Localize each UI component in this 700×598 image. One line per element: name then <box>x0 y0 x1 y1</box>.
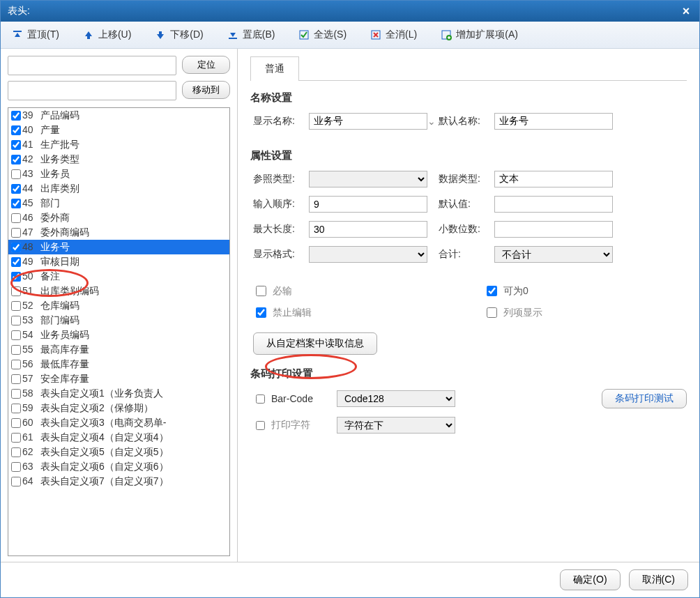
list-item-num: 45 <box>22 196 40 210</box>
ok-button[interactable]: 确定(O) <box>560 569 620 590</box>
columnshow-checkbox[interactable]: 列项显示 <box>484 305 687 320</box>
list-item[interactable]: 55最高库存量 <box>8 342 229 357</box>
moveto-button[interactable]: 移动到 <box>182 81 230 99</box>
list-item[interactable]: 60表头自定义项3（电商交易单- <box>8 415 229 430</box>
list-item-checkbox[interactable] <box>11 330 21 340</box>
moveto-input[interactable] <box>8 81 176 100</box>
list-item-checkbox[interactable] <box>11 140 21 150</box>
list-item-label: 业务号 <box>40 240 70 254</box>
barcode-test-print-button[interactable]: 条码打印测试 <box>602 389 687 408</box>
list-item-checkbox[interactable] <box>11 374 21 384</box>
default-value-input[interactable] <box>494 196 613 213</box>
list-item[interactable]: 53部门编码 <box>8 313 229 328</box>
list-item-checkbox[interactable] <box>11 316 21 325</box>
list-item-checkbox[interactable] <box>11 418 21 428</box>
read-archive-button[interactable]: 从自定档案中读取信息 <box>253 332 377 355</box>
list-item-num: 49 <box>22 254 40 269</box>
list-item[interactable]: 63表头自定义项6（自定义项6） <box>8 459 229 474</box>
list-item[interactable]: 40产量 <box>8 123 229 137</box>
max-len-input[interactable] <box>309 221 427 238</box>
list-item-label: 审核日期 <box>40 254 79 269</box>
data-type-input[interactable] <box>494 171 613 187</box>
total-select[interactable]: 不合计 <box>494 246 613 263</box>
display-format-select[interactable] <box>309 246 427 263</box>
list-item-checkbox[interactable] <box>11 169 21 179</box>
toolbar-up-button[interactable]: 上移(U) <box>79 26 135 43</box>
locate-input[interactable] <box>8 56 176 75</box>
toolbar-deselectall-button[interactable]: 全消(L) <box>366 26 421 43</box>
list-item[interactable]: 56最低库存量 <box>8 357 229 371</box>
printchar-checkbox[interactable]: 打印字符 <box>253 419 337 432</box>
list-item-checkbox[interactable] <box>11 301 21 311</box>
list-item-label: 部门编码 <box>40 313 79 328</box>
list-item[interactable]: 48业务号 <box>8 240 229 254</box>
toolbar-down-button[interactable]: 下移(D) <box>151 26 207 43</box>
locate-button[interactable]: 定位 <box>182 56 230 74</box>
list-item-checkbox[interactable] <box>11 125 21 135</box>
list-item-checkbox[interactable] <box>11 433 21 443</box>
list-item[interactable]: 51出库类别编码 <box>8 284 229 298</box>
list-item[interactable]: 39产品编码 <box>8 108 229 123</box>
dialog-body: 定位 移动到 39产品编码40产量41生产批号42业务类型43业务员44出库类别… <box>1 49 699 563</box>
list-item[interactable]: 43业务员 <box>8 167 229 181</box>
list-item[interactable]: 58表头自定义项1（业务负责人 <box>8 386 229 401</box>
display-format-label: 显示格式: <box>253 248 309 261</box>
toolbar-addext-button[interactable]: 增加扩展项(A) <box>436 26 522 43</box>
list-item-checkbox[interactable] <box>11 477 21 486</box>
list-item-checkbox[interactable] <box>11 286 21 296</box>
default-name-input[interactable] <box>494 113 613 130</box>
list-item[interactable]: 52仓库编码 <box>8 298 229 313</box>
display-name-input[interactable] <box>309 113 427 130</box>
tab-general[interactable]: 普通 <box>250 56 299 81</box>
field-listbox[interactable]: 39产品编码40产量41生产批号42业务类型43业务员44出库类别45部门46委… <box>8 107 230 556</box>
list-item[interactable]: 64表头自定义项7（自定义项7） <box>8 474 229 489</box>
list-item-checkbox[interactable] <box>11 184 21 194</box>
list-item[interactable]: 44出库类别 <box>8 181 229 196</box>
barcode-type-select[interactable]: Code128 <box>337 390 455 407</box>
toolbar: 置顶(T) 上移(U) 下移(D) 置底(B) 全选(S) 全消(L) 增加扩展… <box>1 22 699 49</box>
list-item-checkbox[interactable] <box>11 199 21 208</box>
list-item[interactable]: 49审核日期 <box>8 254 229 269</box>
cancel-button[interactable]: 取消(C) <box>629 569 688 590</box>
decimals-input[interactable] <box>494 221 613 238</box>
list-item-checkbox[interactable] <box>11 272 21 282</box>
list-item-checkbox[interactable] <box>11 213 21 223</box>
list-item[interactable]: 57安全库存量 <box>8 371 229 386</box>
toolbar-selectall-button[interactable]: 全选(S) <box>294 26 351 43</box>
printchar-select[interactable]: 字符在下 <box>337 417 455 434</box>
list-item-checkbox[interactable] <box>11 155 21 164</box>
required-checkbox[interactable]: 必输 <box>253 284 456 298</box>
input-order-input[interactable] <box>309 196 427 213</box>
ref-type-select[interactable] <box>309 171 427 187</box>
list-item-checkbox[interactable] <box>11 257 21 267</box>
list-item-checkbox[interactable] <box>11 111 21 121</box>
list-item[interactable]: 47委外商编码 <box>8 225 229 240</box>
list-item-checkbox[interactable] <box>11 360 21 369</box>
list-item-checkbox[interactable] <box>11 447 21 457</box>
close-icon[interactable]: × <box>680 5 692 17</box>
toolbar-bottom-button[interactable]: 置底(B) <box>223 26 280 43</box>
list-item-checkbox[interactable] <box>11 345 21 355</box>
list-item[interactable]: 61表头自定义项4（自定义项4） <box>8 430 229 445</box>
list-item[interactable]: 54业务员编码 <box>8 328 229 342</box>
list-item[interactable]: 45部门 <box>8 196 229 210</box>
list-item[interactable]: 46委外商 <box>8 210 229 225</box>
lockedit-checkbox[interactable]: 禁止编辑 <box>253 305 456 320</box>
list-item-label: 备注 <box>40 269 60 284</box>
barcode-checkbox[interactable]: Bar-Code <box>253 392 337 406</box>
list-item-checkbox[interactable] <box>11 243 21 252</box>
allowzero-checkbox[interactable]: 可为0 <box>484 284 687 298</box>
selectall-icon <box>298 29 310 40</box>
list-item[interactable]: 50备注 <box>8 269 229 284</box>
list-item-checkbox[interactable] <box>11 462 21 472</box>
toolbar-top-button[interactable]: 置顶(T) <box>8 26 63 43</box>
list-item-checkbox[interactable] <box>11 404 21 413</box>
list-item-label: 表头自定义项2（保修期） <box>40 401 153 415</box>
list-item-checkbox[interactable] <box>11 389 21 399</box>
list-item[interactable]: 59表头自定义项2（保修期） <box>8 401 229 415</box>
list-item-checkbox[interactable] <box>11 228 21 238</box>
list-item[interactable]: 41生产批号 <box>8 137 229 152</box>
dropdown-icon[interactable]: ⌄ <box>427 116 439 127</box>
list-item[interactable]: 42业务类型 <box>8 152 229 167</box>
list-item[interactable]: 62表头自定义项5（自定义项5） <box>8 445 229 459</box>
